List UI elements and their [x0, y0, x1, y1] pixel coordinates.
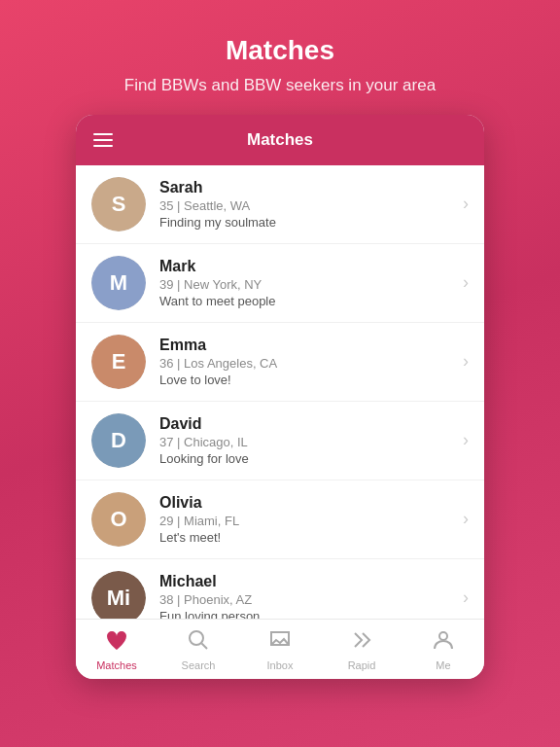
- match-name: Emma: [159, 337, 455, 354]
- nav-item-inbox[interactable]: Inbox: [251, 627, 309, 673]
- chevron-right-icon: ›: [463, 430, 469, 450]
- match-bio: Finding my soulmate: [159, 215, 455, 230]
- match-info: Michael 38 | Phoenix, AZ Fun loving pers…: [159, 573, 455, 619]
- match-info: Emma 36 | Los Angeles, CA Love to love!: [159, 337, 455, 387]
- match-info: Sarah 35 | Seattle, WA Finding my soulma…: [159, 179, 455, 230]
- match-name: Sarah: [159, 179, 455, 196]
- svg-line-1: [202, 643, 208, 649]
- match-meta: 38 | Phoenix, AZ: [159, 592, 455, 607]
- match-bio: Love to love!: [159, 373, 455, 387]
- nav-item-rapid[interactable]: Rapid: [332, 627, 391, 673]
- navbar-title: Matches: [113, 130, 447, 150]
- match-bio: Let's meet!: [159, 530, 455, 545]
- avatar: O: [91, 492, 146, 547]
- phone-card: Matches S Sarah 35 | Seattle, WA Finding…: [76, 115, 484, 679]
- nav-label-me: Me: [436, 659, 450, 671]
- match-meta: 36 | Los Angeles, CA: [159, 356, 455, 371]
- match-name: David: [159, 415, 455, 433]
- chevron-right-icon: ›: [463, 272, 469, 293]
- app-navbar: Matches: [76, 115, 484, 165]
- match-name: Michael: [159, 573, 455, 590]
- page-header: Matches Find BBWs and BBW seekers in you…: [86, 0, 474, 115]
- rapid-icon: [350, 629, 373, 657]
- list-item[interactable]: O Olivia 29 | Miami, FL Let's meet! ›: [76, 480, 484, 559]
- matches-list: S Sarah 35 | Seattle, WA Finding my soul…: [76, 165, 484, 619]
- match-info: Mark 39 | New York, NY Want to meet peop…: [159, 258, 455, 308]
- match-bio: Fun loving person: [159, 609, 455, 619]
- nav-label-rapid: Rapid: [348, 659, 376, 671]
- match-info: David 37 | Chicago, IL Looking for love: [159, 415, 455, 466]
- page-title: Matches: [124, 35, 436, 66]
- search-icon: [188, 629, 209, 657]
- me-icon: [433, 629, 454, 657]
- match-bio: Looking for love: [159, 451, 455, 466]
- svg-point-2: [439, 632, 447, 640]
- menu-button[interactable]: [93, 133, 113, 147]
- chevron-right-icon: ›: [463, 194, 469, 214]
- avatar: S: [91, 177, 146, 231]
- avatar: D: [91, 413, 146, 468]
- nav-item-matches[interactable]: Matches: [88, 627, 146, 673]
- match-meta: 37 | Chicago, IL: [159, 435, 455, 449]
- svg-point-0: [190, 631, 203, 645]
- bottom-nav: Matches Search Inbox Rapid Me: [76, 619, 484, 679]
- list-item[interactable]: M Mark 39 | New York, NY Want to meet pe…: [76, 244, 484, 323]
- match-bio: Want to meet people: [159, 294, 455, 308]
- list-item[interactable]: S Sarah 35 | Seattle, WA Finding my soul…: [76, 165, 484, 244]
- list-item[interactable]: Mi Michael 38 | Phoenix, AZ Fun loving p…: [76, 559, 484, 619]
- inbox-icon: [268, 629, 292, 657]
- avatar: E: [91, 335, 146, 389]
- nav-label-matches: Matches: [96, 659, 137, 671]
- page-subtitle: Find BBWs and BBW seekers in your area: [124, 74, 436, 97]
- chevron-right-icon: ›: [463, 351, 469, 372]
- nav-label-inbox: Inbox: [267, 659, 294, 671]
- list-item[interactable]: E Emma 36 | Los Angeles, CA Love to love…: [76, 323, 484, 402]
- match-name: Olivia: [159, 494, 455, 512]
- list-item[interactable]: D David 37 | Chicago, IL Looking for lov…: [76, 402, 484, 480]
- nav-item-me[interactable]: Me: [414, 627, 472, 673]
- matches-icon: [105, 629, 128, 657]
- nav-label-search: Search: [182, 659, 216, 671]
- avatar: Mi: [91, 571, 146, 619]
- avatar: M: [91, 256, 146, 310]
- chevron-right-icon: ›: [463, 587, 469, 608]
- match-name: Mark: [159, 258, 455, 275]
- match-meta: 39 | New York, NY: [159, 277, 455, 292]
- match-meta: 29 | Miami, FL: [159, 514, 455, 528]
- chevron-right-icon: ›: [463, 509, 469, 529]
- match-meta: 35 | Seattle, WA: [159, 198, 455, 213]
- match-info: Olivia 29 | Miami, FL Let's meet!: [159, 494, 455, 545]
- nav-item-search[interactable]: Search: [169, 627, 228, 673]
